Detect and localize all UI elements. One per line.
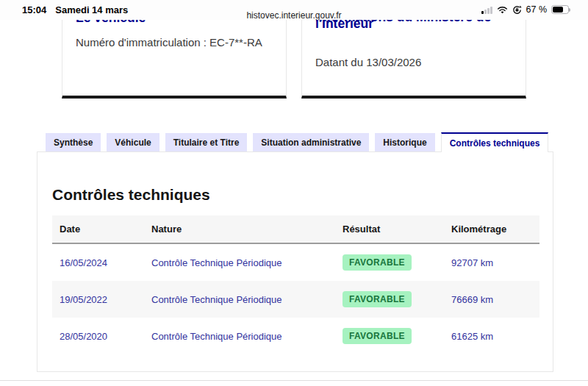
vehicle-card-title: Le véhicule <box>76 20 273 27</box>
battery-percent: 67 % <box>526 4 548 15</box>
battery-icon <box>551 5 569 14</box>
cell-km: 92707 km <box>444 243 539 281</box>
cell-nature: Contrôle Technique Périodique <box>144 318 335 354</box>
tab-historique[interactable]: Historique <box>375 133 434 152</box>
cell-date: 16/05/2024 <box>52 243 144 281</box>
tab-bar: Synthèse Véhicule Titulaire et Titre Sit… <box>37 132 553 152</box>
tab-situation-administrative[interactable]: Situation administrative <box>253 133 369 152</box>
wifi-icon <box>497 6 508 14</box>
table-row: 19/05/2022 Contrôle Technique Périodique… <box>52 281 539 318</box>
col-header-resultat: Résultat <box>335 215 444 243</box>
col-header-date: Date <box>52 215 144 243</box>
cell-km: 61625 km <box>444 318 539 354</box>
ministry-info-card: Informations du Ministère de l'Intérieur… <box>301 20 526 99</box>
page-title: Contrôles techniques <box>52 186 553 204</box>
controles-techniques-panel: Contrôles techniques Date Nature Résulta… <box>37 151 553 372</box>
cell-nature: Contrôle Technique Périodique <box>144 281 335 318</box>
data-date: Datant du 13/03/2026 <box>315 56 512 68</box>
status-badge: FAVORABLE <box>343 291 412 307</box>
table-row: 16/05/2024 Contrôle Technique Périodique… <box>52 243 539 281</box>
col-header-kilometrage: Kilométrage <box>444 215 539 243</box>
tab-controles-techniques[interactable]: Contrôles techniques <box>441 132 549 152</box>
cell-km: 76669 km <box>444 281 539 318</box>
cell-nature: Contrôle Technique Périodique <box>144 243 335 281</box>
tab-synthese[interactable]: Synthèse <box>46 133 101 152</box>
page-bottom-divider <box>0 380 588 381</box>
orientation-lock-icon <box>512 5 522 15</box>
cellular-signal-icon <box>481 6 492 14</box>
table-row: 28/05/2020 Contrôle Technique Périodique… <box>52 318 539 354</box>
status-badge: FAVORABLE <box>343 254 412 271</box>
status-badge: FAVORABLE <box>343 328 412 344</box>
col-header-nature: Nature <box>144 215 335 243</box>
tab-titulaire-et-titre[interactable]: Titulaire et Titre <box>165 133 248 152</box>
vehicle-card: Le véhicule Numéro d'immatriculation : E… <box>62 20 287 99</box>
registration-number: Numéro d'immatriculation : EC-7**-RA <box>76 36 273 49</box>
tab-vehicule[interactable]: Véhicule <box>107 133 159 152</box>
cell-date: 28/05/2020 <box>52 318 144 354</box>
cell-date: 19/05/2022 <box>52 281 144 318</box>
table-header-row: Date Nature Résultat Kilométrage <box>52 215 539 243</box>
inspections-table: Date Nature Résultat Kilométrage 16/05/2… <box>52 215 539 354</box>
status-bar: 15:04 Samedi 14 mars histovec.interieur.… <box>0 0 588 20</box>
